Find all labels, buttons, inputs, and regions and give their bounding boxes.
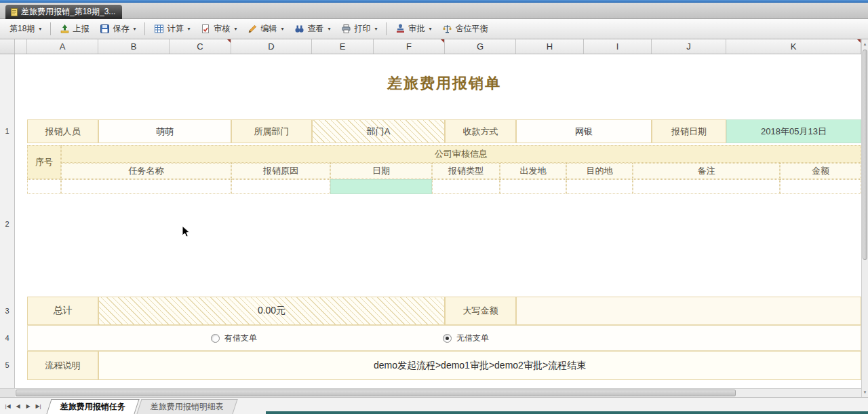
select-all-corner[interactable] bbox=[0, 39, 15, 54]
submit-button[interactable]: 上报 bbox=[54, 20, 94, 37]
audit-icon bbox=[201, 24, 211, 34]
report-date-value-cell[interactable]: 2018年05月13日 bbox=[726, 119, 861, 143]
form-title: 差旅费用报销单 bbox=[27, 72, 861, 95]
edit-label: 编辑 bbox=[260, 23, 277, 35]
edit-button[interactable]: 编辑 bbox=[242, 20, 289, 37]
balance-button[interactable]: 舍位平衡 bbox=[437, 20, 493, 37]
toolbar: 第18期 上报 保存 计算 审核 bbox=[0, 19, 868, 39]
column-header[interactable]: D bbox=[231, 39, 312, 54]
column-header[interactable]: B bbox=[98, 39, 170, 54]
payment-method-label-cell: 收款方式 bbox=[445, 119, 516, 143]
column-header[interactable]: C bbox=[170, 39, 231, 54]
column-header[interactable]: F bbox=[374, 39, 445, 54]
sheet-tab-tasks-label: 差旅费用报销任务 bbox=[60, 401, 125, 413]
detail-column-header: 金额 bbox=[780, 163, 861, 179]
amount-in-words-label-cell: 大写金额 bbox=[445, 297, 516, 325]
prev-sheet-button[interactable]: ◀ bbox=[13, 403, 23, 409]
vertical-scrollbar-thumb[interactable] bbox=[863, 50, 867, 260]
scroll-up-button[interactable] bbox=[862, 40, 868, 48]
next-sheet-button[interactable]: ▶ bbox=[23, 403, 33, 409]
detail-column-header: 报销类型 bbox=[432, 163, 500, 179]
approve-icon bbox=[395, 24, 406, 34]
spreadsheet-canvas: 差旅费用报销单 报销人员 萌萌 所属部门 部门A 收款方式 网银 报销日期 20… bbox=[15, 54, 861, 388]
reimburser-label-cell: 报销人员 bbox=[27, 119, 98, 143]
sheet-tab-details-label: 差旅费用报销明细表 bbox=[151, 401, 224, 413]
column-letter: F bbox=[406, 41, 412, 52]
row-header[interactable]: 1 bbox=[0, 125, 14, 137]
column-letter: J bbox=[686, 41, 691, 52]
scrollbar-corner bbox=[0, 388, 15, 397]
detail-cell[interactable] bbox=[231, 179, 330, 194]
calculate-icon bbox=[154, 24, 164, 34]
column-header[interactable]: K bbox=[726, 39, 861, 54]
scroll-down-button[interactable] bbox=[862, 388, 868, 396]
detail-cell[interactable] bbox=[566, 179, 633, 194]
detail-cell[interactable] bbox=[61, 179, 231, 194]
column-letter: C bbox=[197, 41, 203, 52]
detail-column-header: 目的地 bbox=[566, 163, 633, 179]
first-sheet-button[interactable]: |◀ bbox=[3, 403, 13, 409]
document-tab[interactable]: 差旅费用报销_第18期_3... bbox=[5, 5, 122, 19]
column-header[interactable]: I bbox=[584, 39, 652, 54]
sheet-tabs: 差旅费用报销任务 差旅费用报销明细表 bbox=[49, 399, 237, 414]
flow-label-cell: 流程说明 bbox=[27, 351, 98, 380]
detail-cell[interactable] bbox=[27, 179, 61, 194]
period-selector[interactable]: 第18期 bbox=[4, 20, 47, 37]
audit-button[interactable]: 审核 bbox=[195, 20, 242, 37]
view-button[interactable]: 查看 bbox=[289, 20, 336, 37]
column-header[interactable]: H bbox=[516, 39, 584, 54]
print-button[interactable]: 打印 bbox=[336, 20, 382, 37]
radio-has-loan[interactable]: 有借支单 bbox=[211, 326, 257, 350]
selected-cell[interactable] bbox=[330, 179, 432, 194]
sheet-tab-details[interactable]: 差旅费用报销明细表 bbox=[136, 399, 237, 414]
radio-no-loan[interactable]: 无借支单 bbox=[443, 326, 489, 350]
save-button[interactable]: 保存 bbox=[94, 20, 141, 37]
detail-column-header: 日期 bbox=[330, 163, 432, 179]
column-header[interactable]: A bbox=[27, 39, 98, 54]
toolbar-separator bbox=[144, 22, 145, 35]
detail-cell[interactable] bbox=[780, 179, 861, 194]
approve-button[interactable]: 审批 bbox=[390, 20, 437, 37]
row-header[interactable]: 3 bbox=[0, 305, 14, 317]
column-letter: H bbox=[547, 41, 553, 52]
margin-column-header bbox=[15, 39, 27, 54]
toolbar-separator bbox=[50, 22, 51, 35]
detail-column-header: 报销原因 bbox=[231, 163, 330, 179]
horizontal-scrollbar-thumb[interactable] bbox=[16, 390, 736, 396]
report-date-label-cell: 报销日期 bbox=[652, 119, 726, 143]
column-header[interactable]: G bbox=[445, 39, 516, 54]
submit-label: 上报 bbox=[73, 23, 89, 35]
view-icon bbox=[294, 24, 304, 34]
row-header-column: 1 2 3 4 5 bbox=[0, 54, 15, 388]
payment-method-value-cell[interactable]: 网银 bbox=[516, 119, 652, 143]
period-selector-label: 第18期 bbox=[9, 23, 35, 35]
view-label: 查看 bbox=[307, 23, 323, 35]
radio-has-loan-label: 有借支单 bbox=[224, 333, 257, 344]
calculate-button[interactable]: 计算 bbox=[149, 20, 195, 37]
reimburser-value-cell[interactable]: 萌萌 bbox=[98, 119, 231, 143]
horizontal-scrollbar[interactable] bbox=[15, 388, 861, 397]
mouse-cursor bbox=[182, 225, 191, 241]
amount-in-words-value-cell[interactable] bbox=[516, 297, 861, 325]
detail-cell[interactable] bbox=[500, 179, 566, 194]
row-header[interactable]: 4 bbox=[0, 332, 14, 344]
audit-label: 审核 bbox=[214, 23, 230, 35]
radio-no-loan-label: 无借支单 bbox=[456, 333, 489, 344]
toolbar-separator bbox=[386, 22, 387, 35]
total-amount-cell: 0.00元 bbox=[98, 297, 445, 325]
group-header-cell: 公司审核信息 bbox=[61, 145, 861, 163]
vertical-scrollbar[interactable] bbox=[861, 39, 868, 397]
row-header[interactable]: 5 bbox=[0, 359, 14, 371]
row-header[interactable]: 2 bbox=[0, 218, 14, 230]
column-header[interactable]: J bbox=[652, 39, 726, 54]
total-label-cell: 总计 bbox=[27, 297, 98, 325]
column-letter: E bbox=[340, 41, 346, 52]
last-sheet-button[interactable]: ▶| bbox=[33, 403, 43, 409]
detail-cell[interactable] bbox=[633, 179, 780, 194]
sheet-tab-tasks[interactable]: 差旅费用报销任务 bbox=[46, 399, 139, 414]
column-header[interactable]: E bbox=[312, 39, 374, 54]
detail-cell[interactable] bbox=[432, 179, 500, 194]
hidden-column-marker-icon bbox=[857, 39, 861, 43]
column-letter: D bbox=[268, 41, 274, 52]
save-label: 保存 bbox=[113, 23, 129, 35]
